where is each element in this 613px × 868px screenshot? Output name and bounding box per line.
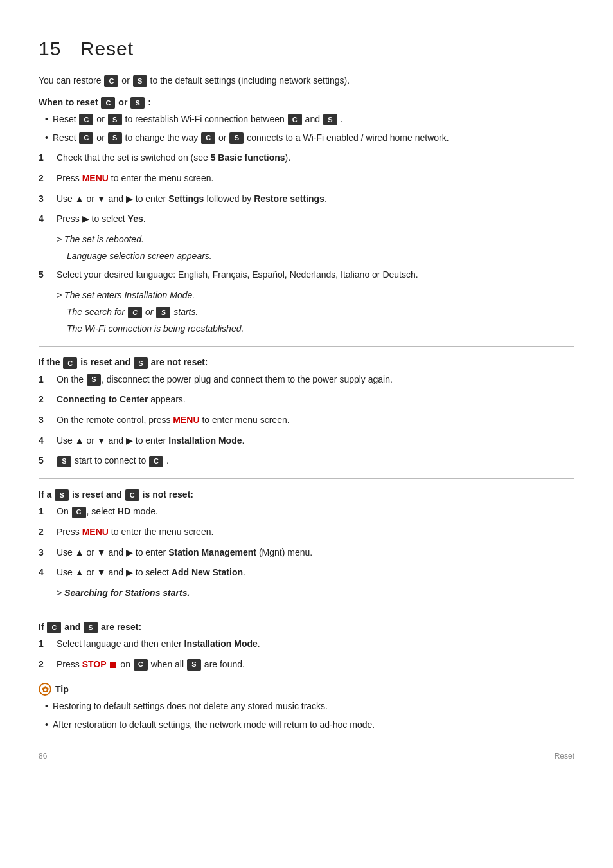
c-icon-sec3: C — [125, 489, 139, 501]
tip-bullet-1: Restoring to default settings does not d… — [45, 700, 574, 714]
s-reset-steps: 1 On C, select HD mode. 2 Press MENU to … — [39, 505, 574, 580]
result-rebooted: > The set is rebooted. — [39, 233, 574, 247]
c-step-1: 1 On the S, disconnect the power plug an… — [39, 373, 574, 387]
step-2: 2 Press MENU to enter the menu screen. — [39, 172, 574, 186]
s-icon-b2b: S — [229, 132, 244, 144]
c-step-3: 3 On the remote control, press MENU to e… — [39, 413, 574, 428]
s-icon-c5: S — [57, 456, 71, 467]
intro-suffix: to the default settings (including netwo… — [150, 75, 350, 86]
step-5: 5 Select your desired language: English,… — [39, 268, 574, 282]
s-icon-sec2: S — [134, 357, 148, 369]
s-icon-intro: S — [133, 75, 147, 87]
s-step-1: 1 On C, select HD mode. — [39, 505, 574, 519]
result-searching: > Searching for Stations starts. — [39, 586, 574, 601]
intro-paragraph: You can restore C or S to the default se… — [39, 74, 574, 88]
result-search: The search for C or S starts. — [39, 305, 574, 320]
result-install: > The set enters Installation Mode. — [39, 289, 574, 303]
intro-text: You can restore — [39, 75, 102, 86]
step-1: 1 Check that the set is switched on (see… — [39, 151, 574, 165]
s-icon-search: S — [156, 307, 170, 318]
c-icon-sec2: C — [63, 357, 77, 369]
c-icon-b2b: C — [201, 132, 215, 144]
main-steps: 1 Check that the set is switched on (see… — [39, 151, 574, 226]
s-icon-sec4: S — [84, 622, 98, 633]
s-step-3: 3 Use ▲ or ▼ and ▶ to enter Station Mana… — [39, 546, 574, 560]
divider-3 — [39, 611, 574, 611]
c-icon-when: C — [101, 97, 115, 109]
bullet-1: Reset C or S to reestablish Wi-Fi connec… — [45, 113, 574, 127]
s-icon-b1b: S — [323, 114, 337, 125]
c-icon-b2s: C — [134, 659, 148, 671]
chapter-title-text: Reset — [80, 38, 134, 59]
if-s-reset-heading: If a S is reset and C is not reset: — [39, 489, 574, 501]
both-step-1: 1 Select language and then enter Install… — [39, 637, 574, 651]
result-wifi: The Wi-Fi connection is being reestablis… — [39, 322, 574, 336]
chapter-num: 15 — [39, 38, 61, 59]
s-step-4: 4 Use ▲ or ▼ and ▶ to select Add New Sta… — [39, 566, 574, 580]
s-icon-b2: S — [108, 132, 122, 144]
top-rule — [39, 26, 574, 26]
tip-heading: ✿ Tip — [39, 683, 574, 696]
c-step-5: 5 S start to connect to C . — [39, 454, 574, 468]
c-icon-s1: C — [72, 507, 86, 518]
if-c-reset-heading: If the C is reset and S are not reset: — [39, 357, 574, 368]
c-icon-intro: C — [104, 75, 118, 87]
s-icon-b1: S — [108, 114, 122, 125]
both-reset-steps: 1 Select language and then enter Install… — [39, 637, 574, 671]
result-language: Language selection screen appears. — [39, 249, 574, 264]
c-icon-search: C — [128, 307, 142, 318]
both-step-2: 2 Press STOP on C when all S are found. — [39, 658, 574, 672]
c-icon-b1: C — [79, 114, 93, 125]
main-steps-5: 5 Select your desired language: English,… — [39, 268, 574, 282]
tip-bullet-2: After restoration to default settings, t… — [45, 718, 574, 732]
s-icon-when: S — [130, 97, 145, 109]
tip-icon: ✿ — [39, 683, 51, 696]
c-reset-steps: 1 On the S, disconnect the power plug an… — [39, 373, 574, 468]
step-3: 3 Use ▲ or ▼ and ▶ to enter Settings fol… — [39, 192, 574, 206]
stop-square-icon — [110, 662, 116, 668]
divider-1 — [39, 346, 574, 347]
chapter-title: 15 Reset — [39, 38, 574, 60]
c-icon-b2: C — [79, 132, 93, 144]
divider-2 — [39, 478, 574, 479]
page-footer: 86 Reset — [39, 752, 574, 761]
footer-section: Reset — [555, 752, 574, 761]
when-to-reset-heading: When to reset C or S : — [39, 97, 574, 109]
s-step-2: 2 Press MENU to enter the menu screen. — [39, 525, 574, 539]
s-icon-sec3: S — [55, 489, 69, 501]
if-both-heading: If C and S are reset: — [39, 622, 574, 633]
s-icon-c1: S — [87, 374, 101, 386]
c-icon-b1b: C — [288, 114, 302, 125]
c-icon-sec4: C — [47, 622, 61, 633]
c-step-2: 2 Connecting to Center appears. — [39, 393, 574, 407]
tip-bullets: Restoring to default settings does not d… — [39, 700, 574, 732]
step-4: 4 Press ▶ to select Yes. — [39, 212, 574, 226]
tip-section: ✿ Tip Restoring to default settings does… — [39, 683, 574, 732]
bullet-2: Reset C or S to change the way C or S co… — [45, 131, 574, 145]
page-wrapper: 15 Reset You can restore C or S to the d… — [39, 26, 574, 761]
s-icon-b2s: S — [187, 659, 201, 671]
c-step-4: 4 Use ▲ or ▼ and ▶ to enter Installation… — [39, 434, 574, 448]
when-bullets: Reset C or S to reestablish Wi-Fi connec… — [39, 113, 574, 145]
footer-page: 86 — [39, 752, 47, 761]
c-icon-c5: C — [149, 456, 163, 467]
